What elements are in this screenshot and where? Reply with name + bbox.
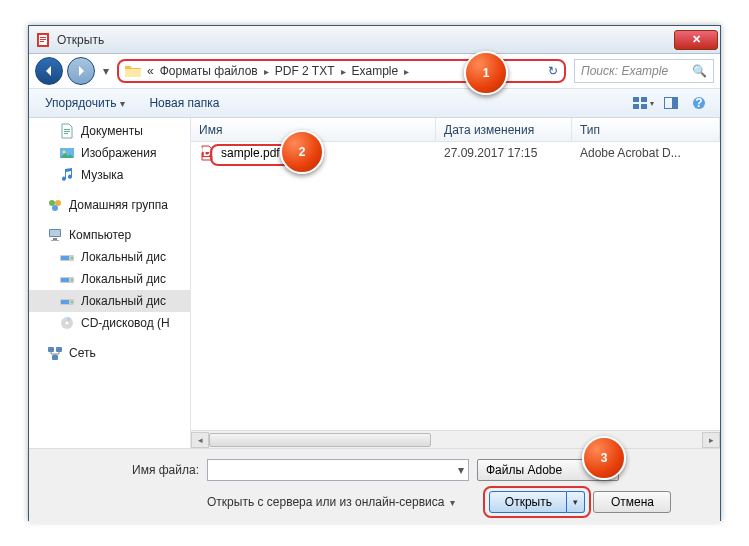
sidebar-item-music[interactable]: Музыка xyxy=(29,164,190,186)
open-button-group: Открыть ▾ xyxy=(489,491,585,513)
forward-button[interactable] xyxy=(67,57,95,85)
back-button[interactable] xyxy=(35,57,63,85)
svg-point-11 xyxy=(55,200,61,206)
breadcrumb-prefix[interactable]: « xyxy=(147,64,154,78)
body-area: Документы Изображения Музыка Домашняя гр… xyxy=(29,118,720,448)
svg-rect-29 xyxy=(56,347,62,352)
breadcrumb-item[interactable]: PDF 2 TXT xyxy=(275,64,335,78)
sidebar-item-images[interactable]: Изображения xyxy=(29,142,190,164)
file-type: Adobe Acrobat D... xyxy=(572,146,720,160)
column-headers: Имя Дата изменения Тип xyxy=(191,118,720,142)
svg-point-27 xyxy=(66,322,69,325)
column-name[interactable]: Имя xyxy=(191,118,436,141)
drive-icon xyxy=(59,293,75,309)
new-folder-button[interactable]: Новая папка xyxy=(141,93,227,113)
search-icon[interactable]: 🔍 xyxy=(692,64,707,78)
scroll-left-button[interactable]: ◂ xyxy=(191,432,209,448)
svg-point-12 xyxy=(52,205,58,211)
music-icon xyxy=(59,167,75,183)
scroll-thumb[interactable] xyxy=(209,433,431,447)
sidebar: Документы Изображения Музыка Домашняя гр… xyxy=(29,118,191,448)
images-icon xyxy=(59,145,75,161)
file-name: sample.pdf xyxy=(221,146,280,160)
svg-rect-2 xyxy=(633,104,639,109)
svg-point-25 xyxy=(71,301,73,303)
sidebar-item-disk[interactable]: Локальный дис xyxy=(29,246,190,268)
window-title: Открыть xyxy=(57,33,674,47)
sidebar-item-cd[interactable]: CD-дисковод (H xyxy=(29,312,190,334)
svg-rect-3 xyxy=(641,104,647,109)
svg-rect-28 xyxy=(48,347,54,352)
arrow-left-icon xyxy=(42,64,56,78)
chevron-down-icon: ▾ xyxy=(450,497,455,508)
titlebar: Открыть ✕ xyxy=(29,26,720,54)
close-button[interactable]: ✕ xyxy=(674,30,718,50)
column-type[interactable]: Тип xyxy=(572,118,720,141)
svg-rect-15 xyxy=(53,238,57,240)
view-mode-button[interactable] xyxy=(630,92,656,114)
refresh-icon[interactable]: ↻ xyxy=(548,64,558,78)
breadcrumb-item[interactable]: Example xyxy=(352,64,399,78)
preview-pane-button[interactable] xyxy=(658,92,684,114)
view-icon xyxy=(633,97,647,109)
chevron-right-icon[interactable]: ▸ xyxy=(404,66,409,77)
search-input[interactable]: Поиск: Example 🔍 xyxy=(574,59,714,83)
file-list[interactable]: PDF sample.pdf 27.09.2017 17:15 Adobe Ac… xyxy=(191,142,720,430)
chevron-right-icon[interactable]: ▸ xyxy=(264,66,269,77)
organize-button[interactable]: Упорядочить ▾ xyxy=(37,93,133,113)
arrow-right-icon xyxy=(74,64,88,78)
document-icon xyxy=(59,123,75,139)
address-bar[interactable]: « Форматы файлов ▸ PDF 2 TXT ▸ Example ▸… xyxy=(117,59,566,83)
filename-label: Имя файла: xyxy=(41,463,199,477)
toolbar: Упорядочить ▾ Новая папка ? xyxy=(29,88,720,118)
open-button[interactable]: Открыть xyxy=(489,491,567,513)
pdf-icon: PDF xyxy=(199,145,215,161)
scroll-right-button[interactable]: ▸ xyxy=(702,432,720,448)
drive-icon xyxy=(59,271,75,287)
file-type-filter[interactable]: Файлы Adobe xyxy=(477,459,619,481)
column-date[interactable]: Дата изменения xyxy=(436,118,572,141)
svg-rect-14 xyxy=(50,230,60,236)
folder-icon xyxy=(125,64,141,78)
sidebar-item-computer[interactable]: Компьютер xyxy=(29,224,190,246)
svg-point-19 xyxy=(71,257,73,259)
sidebar-item-documents[interactable]: Документы xyxy=(29,120,190,142)
file-row[interactable]: PDF sample.pdf 27.09.2017 17:15 Adobe Ac… xyxy=(191,142,720,164)
cd-icon xyxy=(59,315,75,331)
search-placeholder: Поиск: Example xyxy=(581,64,668,78)
svg-rect-30 xyxy=(52,355,58,360)
sidebar-item-network[interactable]: Сеть xyxy=(29,342,190,364)
open-dialog: Открыть ✕ ▾ « Форматы файлов ▸ PDF 2 TXT… xyxy=(28,25,721,521)
nav-history-dropdown[interactable]: ▾ xyxy=(99,57,113,85)
drive-icon xyxy=(59,249,75,265)
sidebar-item-disk[interactable]: Локальный дис xyxy=(29,290,190,312)
navbar: ▾ « Форматы файлов ▸ PDF 2 TXT ▸ Example… xyxy=(29,54,720,88)
network-icon xyxy=(47,345,63,361)
computer-icon xyxy=(47,227,63,243)
pane-icon xyxy=(664,97,678,109)
file-list-pane: Имя Дата изменения Тип PDF sample.pdf 27… xyxy=(191,118,720,448)
open-from-server-link[interactable]: Открыть с сервера или из онлайн-сервиса … xyxy=(207,495,455,509)
svg-rect-16 xyxy=(51,240,59,241)
chevron-down-icon: ▾ xyxy=(120,98,125,109)
sidebar-item-disk[interactable]: Локальный дис xyxy=(29,268,190,290)
svg-text:PDF: PDF xyxy=(199,145,215,159)
scroll-track[interactable] xyxy=(209,432,702,448)
filename-input[interactable]: ▾ xyxy=(207,459,469,481)
homegroup-icon xyxy=(47,197,63,213)
help-button[interactable]: ? xyxy=(686,92,712,114)
file-date: 27.09.2017 17:15 xyxy=(436,146,572,160)
sidebar-item-homegroup[interactable]: Домашняя группа xyxy=(29,194,190,216)
chevron-down-icon[interactable]: ▾ xyxy=(458,463,464,477)
horizontal-scrollbar[interactable]: ◂ ▸ xyxy=(191,430,720,448)
help-icon: ? xyxy=(692,96,706,110)
svg-point-22 xyxy=(71,279,73,281)
svg-rect-18 xyxy=(61,256,69,260)
chevron-right-icon[interactable]: ▸ xyxy=(341,66,346,77)
svg-rect-21 xyxy=(61,278,69,282)
svg-point-10 xyxy=(49,200,55,206)
breadcrumb-item[interactable]: Форматы файлов xyxy=(160,64,258,78)
svg-rect-0 xyxy=(633,97,639,102)
cancel-button[interactable]: Отмена xyxy=(593,491,671,513)
open-dropdown-button[interactable]: ▾ xyxy=(567,491,585,513)
